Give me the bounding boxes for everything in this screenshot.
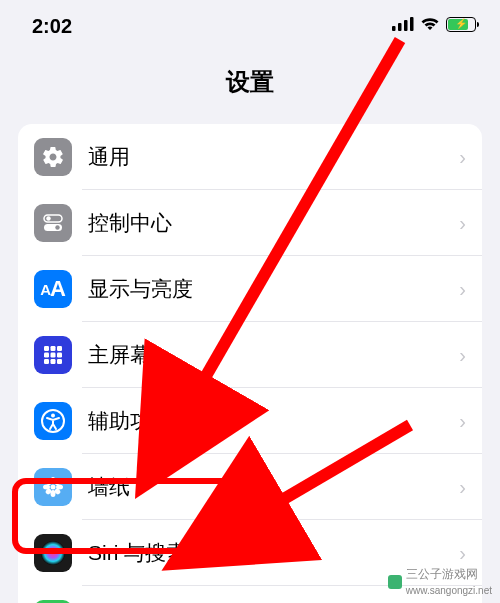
settings-row-accessibility[interactable]: 辅助功能 ›	[18, 388, 482, 454]
watermark-text: 三公子游戏网	[406, 567, 478, 581]
accessibility-icon	[34, 402, 72, 440]
text-size-icon: AA	[34, 270, 72, 308]
row-label-general: 通用	[88, 143, 459, 171]
row-label-display: 显示与亮度	[88, 275, 459, 303]
watermark: 三公子游戏网 www.sangongzi.net	[388, 566, 492, 597]
switch-icon	[34, 204, 72, 242]
svg-rect-3	[410, 17, 414, 31]
svg-point-19	[51, 485, 56, 490]
chevron-right-icon: ›	[459, 212, 466, 235]
row-label-home-screen: 主屏幕	[88, 341, 459, 369]
svg-rect-8	[44, 346, 49, 351]
settings-row-home-screen[interactable]: 主屏幕 ›	[18, 322, 482, 388]
svg-rect-1	[398, 23, 402, 31]
row-label-siri: Siri 与搜索	[88, 539, 459, 567]
svg-rect-0	[392, 26, 396, 31]
row-label-control-center: 控制中心	[88, 209, 459, 237]
settings-row-display[interactable]: AA 显示与亮度 ›	[18, 256, 482, 322]
watermark-icon	[388, 575, 402, 589]
svg-rect-12	[51, 353, 56, 358]
svg-rect-13	[57, 353, 62, 358]
settings-row-control-center[interactable]: 控制中心 ›	[18, 190, 482, 256]
svg-point-18	[51, 414, 55, 418]
status-bar: 2:02 ⚡	[0, 0, 500, 48]
status-icons: ⚡	[392, 17, 476, 36]
status-time: 2:02	[32, 15, 72, 38]
svg-rect-2	[404, 20, 408, 31]
chevron-right-icon: ›	[459, 146, 466, 169]
svg-rect-16	[57, 359, 62, 364]
svg-rect-11	[44, 353, 49, 358]
chevron-right-icon: ›	[459, 542, 466, 565]
chevron-right-icon: ›	[459, 476, 466, 499]
gear-icon	[34, 138, 72, 176]
cellular-signal-icon	[392, 17, 414, 35]
svg-rect-9	[51, 346, 56, 351]
page-title: 设置	[226, 68, 274, 95]
flower-icon	[34, 468, 72, 506]
settings-header: 设置	[0, 48, 500, 124]
svg-point-28	[41, 541, 65, 565]
settings-row-wallpaper[interactable]: 墙纸 ›	[18, 454, 482, 520]
chevron-right-icon: ›	[459, 410, 466, 433]
svg-rect-10	[57, 346, 62, 351]
svg-point-5	[46, 216, 50, 220]
svg-rect-15	[51, 359, 56, 364]
siri-icon	[34, 534, 72, 572]
row-label-wallpaper: 墙纸	[88, 473, 459, 501]
wifi-icon	[420, 17, 440, 35]
settings-row-general[interactable]: 通用 ›	[18, 124, 482, 190]
svg-rect-14	[44, 359, 49, 364]
settings-group: 通用 › 控制中心 › AA 显示与亮度 › 主屏幕 › 辅助功能 › 墙纸	[18, 124, 482, 603]
svg-point-7	[55, 225, 59, 229]
chevron-right-icon: ›	[459, 278, 466, 301]
battery-icon: ⚡	[446, 17, 476, 36]
watermark-url: www.sangongzi.net	[406, 585, 492, 596]
chevron-right-icon: ›	[459, 344, 466, 367]
row-label-accessibility: 辅助功能	[88, 407, 459, 435]
grid-icon	[34, 336, 72, 374]
